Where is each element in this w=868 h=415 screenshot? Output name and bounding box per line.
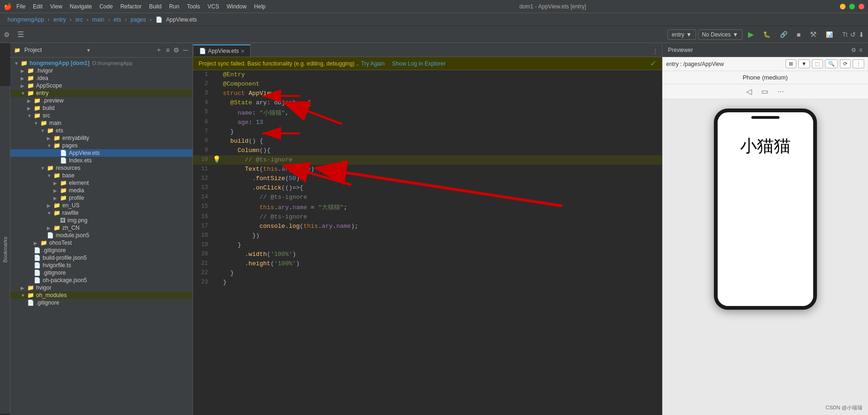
tree-item-appscope[interactable]: ▶ 📁 AppScope bbox=[10, 82, 193, 89]
maximize-button[interactable] bbox=[849, 4, 855, 9]
tree-item-pages[interactable]: ▼ 📁 pages bbox=[10, 142, 193, 149]
label-rawfile: rawfile bbox=[62, 210, 79, 216]
tree-item-main[interactable]: ▼ 📁 main bbox=[10, 119, 193, 127]
stop-button[interactable]: ■ bbox=[793, 29, 804, 40]
line-content-9: Column(){ bbox=[221, 146, 662, 155]
sidebar-collapse-icon[interactable]: ≡ bbox=[165, 45, 171, 55]
run-button[interactable]: ▶ bbox=[744, 29, 757, 40]
debug-button[interactable]: 🐛 bbox=[759, 29, 774, 39]
tree-item-ohpackage[interactable]: ▶ 📄 oh-package.json5 bbox=[10, 277, 193, 284]
breadcrumb-appviewets[interactable]: AppView.ets bbox=[166, 16, 197, 23]
previewer-settings-icon[interactable]: ⚙ bbox=[851, 47, 856, 53]
menu-tools[interactable]: Tools bbox=[187, 3, 200, 10]
tree-item-appviewets[interactable]: ▶ 📄 AppView.ets bbox=[10, 149, 193, 157]
tree-item-entry[interactable]: ▼ 📁 entry bbox=[10, 89, 193, 97]
entry-dropdown[interactable]: entry ▼ bbox=[668, 29, 696, 40]
line-num-10: 10 bbox=[193, 155, 212, 163]
tree-item-zh-cn[interactable]: ▶ 📁 zh_CN bbox=[10, 224, 193, 232]
line-num-8: 8 bbox=[193, 137, 212, 144]
tree-item-oh-modules[interactable]: ▼ 📁 oh_modules bbox=[10, 291, 193, 299]
tree-item-hvigor2[interactable]: ▶ 📁 hvigor bbox=[10, 284, 193, 291]
tree-item-gitignore[interactable]: ▶ 📄 .gitignore bbox=[10, 247, 193, 254]
breadcrumb-entry[interactable]: entry bbox=[53, 16, 66, 23]
tree-item-ets[interactable]: ▼ 📁 ets bbox=[10, 127, 193, 134]
previewer-dropdown-btn[interactable]: ▼ bbox=[798, 59, 810, 68]
previewer-grid-btn[interactable]: ⊞ bbox=[786, 59, 796, 68]
tree-item-element[interactable]: ▶ 📁 element bbox=[10, 179, 193, 187]
attach-button[interactable]: 🔗 bbox=[776, 29, 791, 39]
tree-item-en-us[interactable]: ▶ 📁 en_US bbox=[10, 202, 193, 209]
tree-item-modulejson5[interactable]: ▶ 📄 module.json5 bbox=[10, 232, 193, 239]
breadcrumb-main[interactable]: main bbox=[92, 16, 104, 23]
tree-item-media[interactable]: ▶ 📁 media bbox=[10, 187, 193, 194]
tree-item-entryability[interactable]: ▶ 📁 entryability bbox=[10, 134, 193, 142]
tab-appviewets[interactable]: 📄 AppView.ets ✕ bbox=[193, 44, 251, 57]
sidebar-settings-icon[interactable]: ⚙ bbox=[172, 45, 180, 55]
sidebar-dropdown-arrow[interactable]: ▼ bbox=[86, 48, 91, 53]
tab-close-button[interactable]: ✕ bbox=[241, 49, 245, 54]
line-content-21: .height('100%') bbox=[221, 259, 662, 268]
refresh-icon[interactable]: ↺ bbox=[850, 31, 856, 38]
try-again-link[interactable]: Try Again bbox=[361, 60, 385, 67]
minimize-button[interactable] bbox=[840, 4, 846, 9]
settings-icon[interactable]: ⚙ bbox=[4, 31, 10, 38]
menu-vcs[interactable]: VCS bbox=[208, 3, 219, 10]
menu-edit[interactable]: Edit bbox=[33, 3, 43, 10]
tree-item-hvigor[interactable]: ▶ 📁 .hvigor bbox=[10, 67, 193, 74]
menu-run[interactable]: Run bbox=[169, 3, 179, 10]
tree-item-indexets[interactable]: ▶ 📄 Index.ets bbox=[10, 157, 193, 164]
menu-refactor[interactable]: Refactor bbox=[120, 3, 141, 10]
previewer-more-btn[interactable]: ⋮ bbox=[853, 59, 864, 68]
font-size-icon[interactable]: Tt bbox=[842, 31, 847, 38]
tree-item-gitignore2[interactable]: ▶ 📄 .gitignore bbox=[10, 269, 193, 277]
sidebar-add-icon[interactable]: ＋ bbox=[155, 45, 163, 55]
menu-code[interactable]: Code bbox=[99, 3, 113, 10]
close-button[interactable] bbox=[859, 4, 864, 9]
previewer-zoom-btn[interactable]: 🔍 bbox=[825, 59, 838, 68]
show-log-link[interactable]: Show Log in Explorer bbox=[392, 60, 445, 67]
label-imgpng: img.png bbox=[67, 217, 88, 224]
menu-window[interactable]: Window bbox=[227, 3, 247, 10]
tree-item-rawfile[interactable]: ▼ 📁 rawfile bbox=[10, 209, 193, 217]
menu-view[interactable]: View bbox=[50, 3, 62, 10]
label-indexets: Index.ets bbox=[69, 157, 92, 164]
download-icon[interactable]: ⬇ bbox=[859, 31, 864, 38]
sidebar-toggle-icon[interactable]: ☰ bbox=[15, 30, 26, 39]
tree-item-base[interactable]: ▼ 📁 base bbox=[10, 172, 193, 179]
tree-item-profile[interactable]: ▶ 📁 profile bbox=[10, 194, 193, 202]
tree-item-resources[interactable]: ▼ 📁 resources bbox=[10, 164, 193, 172]
menu-build[interactable]: Build bbox=[149, 3, 162, 10]
menu-file[interactable]: File bbox=[16, 3, 25, 10]
line-content-23: } bbox=[221, 278, 662, 287]
previewer-rotate-btn[interactable]: ⟳ bbox=[840, 59, 851, 68]
tree-item-src[interactable]: ▼ 📁 src bbox=[10, 112, 193, 119]
tree-item-idea[interactable]: ▶ 📁 .idea bbox=[10, 74, 193, 82]
breadcrumb-sep6: › bbox=[150, 16, 152, 23]
tree-item-preview[interactable]: ▶ 📁 .preview bbox=[10, 97, 193, 104]
tree-item-gitignore3[interactable]: ▶ 📄 .gitignore bbox=[10, 299, 193, 306]
tree-item-hvigorfile[interactable]: ▶ 📄 hvigorfile.ts bbox=[10, 262, 193, 269]
breadcrumb-hongmengapp[interactable]: hongmengApp bbox=[7, 16, 44, 23]
tree-item-root[interactable]: ▼ 📁 hongmengApp [dom1] D:\hongmengApp bbox=[10, 59, 193, 67]
preview-more-button[interactable]: ··· bbox=[775, 87, 786, 97]
tree-item-build[interactable]: ▶ 📁 build bbox=[10, 104, 193, 112]
previewer-resize-btn[interactable]: ⬚ bbox=[812, 59, 823, 68]
profile-button[interactable]: 📊 bbox=[822, 30, 837, 39]
preview-back-button[interactable]: ◁ bbox=[743, 86, 755, 97]
build-menu-button[interactable]: ⚒ bbox=[806, 29, 820, 40]
device-dropdown[interactable]: No Devices ▼ bbox=[698, 29, 742, 40]
tree-item-imgpng[interactable]: ▶ 🖼 img.png bbox=[10, 217, 193, 224]
editor-tab-menu[interactable]: ⋮ bbox=[649, 45, 662, 57]
menu-help[interactable]: Help bbox=[254, 3, 266, 10]
code-editor[interactable]: 1 @Entry 2 @Component 3 struct AppView {… bbox=[193, 70, 662, 415]
menu-navigate[interactable]: Navigate bbox=[70, 3, 92, 10]
line-content-22: } bbox=[221, 269, 662, 277]
previewer-layers-icon[interactable]: ≡ bbox=[859, 47, 862, 53]
tree-item-buildprofile[interactable]: ▶ 📄 build-profile.json5 bbox=[10, 254, 193, 262]
breadcrumb-src[interactable]: src bbox=[75, 16, 83, 23]
preview-device-button[interactable]: ▭ bbox=[758, 86, 771, 97]
breadcrumb-ets[interactable]: ets bbox=[114, 16, 121, 23]
sidebar-close-icon[interactable]: ─ bbox=[182, 45, 189, 55]
breadcrumb-pages[interactable]: pages bbox=[131, 16, 146, 23]
tree-item-ohostest[interactable]: ▶ 📁 ohosTest bbox=[10, 239, 193, 247]
